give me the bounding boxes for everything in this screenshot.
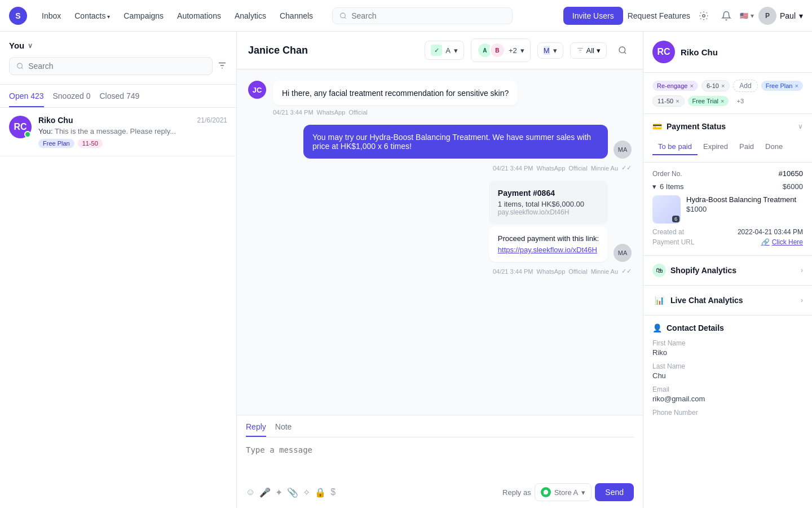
nav-channels[interactable]: Channels bbox=[274, 8, 319, 24]
contact-details-icon: 👤 bbox=[652, 323, 662, 332]
item-badge: 6 bbox=[672, 216, 679, 222]
sidebar-search-field[interactable] bbox=[9, 57, 213, 75]
live-chat-icon: 📊 bbox=[652, 294, 666, 307]
tag-free-trial-close[interactable]: × bbox=[721, 98, 724, 104]
payment-tab-expired[interactable]: Expired bbox=[698, 139, 734, 155]
main-content: You Open 423 Snoozed 0 Closed 749 RC bbox=[0, 32, 812, 508]
payment-tab-to-be-paid[interactable]: To be paid bbox=[652, 139, 698, 155]
item-price: $1000 bbox=[686, 205, 803, 213]
filter-icon bbox=[217, 60, 227, 71]
search-input[interactable] bbox=[351, 11, 505, 20]
nav-contacts[interactable]: Contacts bbox=[69, 8, 116, 24]
payment-tab-done[interactable]: Done bbox=[760, 139, 788, 155]
filter-icon-button[interactable] bbox=[217, 60, 227, 72]
proceed-text: Proceed payment with this link: bbox=[498, 234, 599, 243]
tab-open[interactable]: Open 423 bbox=[9, 91, 44, 107]
tag-re-engage-close[interactable]: × bbox=[690, 82, 693, 89]
tag-more[interactable]: +3 bbox=[732, 96, 748, 106]
channel-label: A bbox=[445, 46, 451, 55]
tag-free-plan: Free Plan × bbox=[761, 81, 803, 91]
sparkle-icon[interactable]: ✧ bbox=[303, 487, 310, 498]
nav-automations[interactable]: Automations bbox=[171, 8, 227, 24]
payment-url-link[interactable]: 🔗 Click Here bbox=[761, 238, 803, 246]
store-selector[interactable]: Store A ▾ bbox=[535, 483, 592, 501]
emoji-icon[interactable]: ☺ bbox=[246, 487, 255, 497]
proceed-link[interactable]: https://pay.sleekflow.io/xDt46H bbox=[498, 246, 597, 254]
microphone-icon[interactable]: 🎤 bbox=[259, 487, 271, 498]
attachment-icon[interactable]: 📎 bbox=[287, 487, 298, 498]
tag-11-50: 11-50 bbox=[78, 139, 103, 148]
agents-avatars: A B bbox=[477, 42, 505, 58]
svg-point-9 bbox=[619, 47, 625, 53]
tag-6-10-close[interactable]: × bbox=[721, 82, 725, 89]
filter-all-button[interactable]: All ▾ bbox=[570, 42, 607, 59]
reply-toolbar: ☺ 🎤 ✦ 📎 ✧ 🔒 $ bbox=[246, 487, 336, 498]
payment-icon: 💳 bbox=[652, 122, 662, 131]
search-chat-button[interactable] bbox=[614, 41, 632, 59]
agents-selector[interactable]: A B +2 ▾ bbox=[471, 38, 531, 62]
reply-input[interactable] bbox=[246, 443, 634, 477]
nav-campaigns[interactable]: Campaigns bbox=[118, 8, 169, 24]
svg-point-1 bbox=[703, 14, 705, 17]
payment-status-header[interactable]: 💳 Payment Status ∨ bbox=[643, 114, 812, 139]
tab-closed[interactable]: Closed 749 bbox=[99, 91, 139, 107]
outgoing-payment-row: Payment #0864 1 items, total HK$6,000.00… bbox=[489, 181, 632, 262]
payment-tab-paid[interactable]: Paid bbox=[734, 139, 760, 155]
settings-icon-button[interactable] bbox=[695, 7, 713, 25]
flag-icon: 🇺🇸 bbox=[740, 12, 748, 20]
search-icon bbox=[339, 12, 347, 20]
request-features-button[interactable]: Request Features bbox=[628, 11, 690, 20]
conversation-item[interactable]: RC Riko Chu 21/6/2021 You: This is the a… bbox=[0, 108, 236, 156]
tag-6-10-label: 6-10 bbox=[707, 82, 719, 89]
channel-selector-green[interactable]: ✓ A ▾ bbox=[425, 41, 464, 60]
contact-header: RC Riko Chu bbox=[643, 32, 812, 73]
filter-all-label: All bbox=[586, 46, 594, 55]
items-expand[interactable]: ▾ 6 Items $6000 bbox=[652, 182, 803, 191]
lock-icon[interactable]: 🔒 bbox=[315, 487, 326, 498]
click-here-text: Click Here bbox=[772, 238, 803, 246]
shopify-analytics-section[interactable]: 🛍 Shopify Analytics › bbox=[643, 256, 812, 286]
tab-note[interactable]: Note bbox=[275, 422, 292, 437]
sidebar-search-input[interactable] bbox=[28, 62, 205, 71]
notifications-icon-button[interactable] bbox=[717, 7, 735, 25]
shopify-icon: 🛍 bbox=[652, 264, 666, 277]
sidebar: You Open 423 Snoozed 0 Closed 749 RC bbox=[0, 32, 237, 508]
live-chat-analytics-section[interactable]: 📊 Live Chat Analytics › bbox=[643, 286, 812, 316]
nav-analytics[interactable]: Analytics bbox=[229, 8, 272, 24]
sidebar-search-icon bbox=[16, 62, 24, 70]
agents-chevron: ▾ bbox=[520, 46, 524, 55]
payment-time: 04/21 3:44 PM bbox=[493, 268, 533, 275]
top-navigation: S Inbox Contacts Campaigns Automations A… bbox=[0, 0, 812, 32]
user-menu[interactable]: P Paul ▾ bbox=[758, 7, 803, 25]
incoming-bubble-wrapper: Hi there, any facial treatment recommend… bbox=[273, 81, 518, 116]
tag-11-50-label: 11-50 bbox=[657, 98, 673, 104]
incoming-channel: WhatsApp bbox=[317, 109, 346, 116]
created-at-label: Created at bbox=[652, 228, 684, 236]
invite-users-button[interactable]: Invite Users bbox=[563, 7, 623, 25]
payment-title: Payment #0864 bbox=[498, 189, 599, 198]
nav-links: Inbox Contacts Campaigns Automations Ana… bbox=[36, 8, 319, 24]
tag-11-50-close[interactable]: × bbox=[676, 98, 679, 104]
logo[interactable]: S bbox=[9, 7, 27, 25]
proceed-payment-bubble: Proceed payment with this link: https://… bbox=[489, 226, 608, 262]
dollar-icon[interactable]: $ bbox=[330, 487, 336, 497]
payment-read-receipt: ✓✓ bbox=[621, 268, 632, 275]
search-bar[interactable] bbox=[332, 7, 513, 24]
sidebar-tabs: Open 423 Snoozed 0 Closed 749 bbox=[0, 85, 236, 108]
send-button[interactable]: Send bbox=[595, 483, 634, 501]
nav-inbox[interactable]: Inbox bbox=[36, 8, 67, 24]
tag-free-plan-close[interactable]: × bbox=[795, 82, 798, 89]
tag-free-trial-label: Free Trial bbox=[692, 98, 718, 104]
conversations-list: RC Riko Chu 21/6/2021 You: This is the a… bbox=[0, 108, 236, 508]
sidebar-title[interactable]: You bbox=[9, 41, 227, 50]
tab-reply[interactable]: Reply bbox=[246, 422, 266, 437]
assignee-chevron: ▾ bbox=[553, 46, 557, 55]
tab-snoozed[interactable]: Snoozed 0 bbox=[53, 91, 91, 107]
svg-point-0 bbox=[341, 13, 346, 18]
add-tag-button[interactable]: Add bbox=[733, 80, 757, 92]
outgoing-channel-1: WhatsApp bbox=[537, 165, 566, 172]
incoming-meta: 04/21 3:44 PM WhatsApp Official bbox=[273, 109, 518, 116]
magic-icon[interactable]: ✦ bbox=[275, 487, 283, 498]
assignee-selector[interactable]: M ▾ bbox=[537, 42, 563, 59]
language-selector[interactable]: 🇺🇸 ▾ bbox=[740, 12, 754, 20]
